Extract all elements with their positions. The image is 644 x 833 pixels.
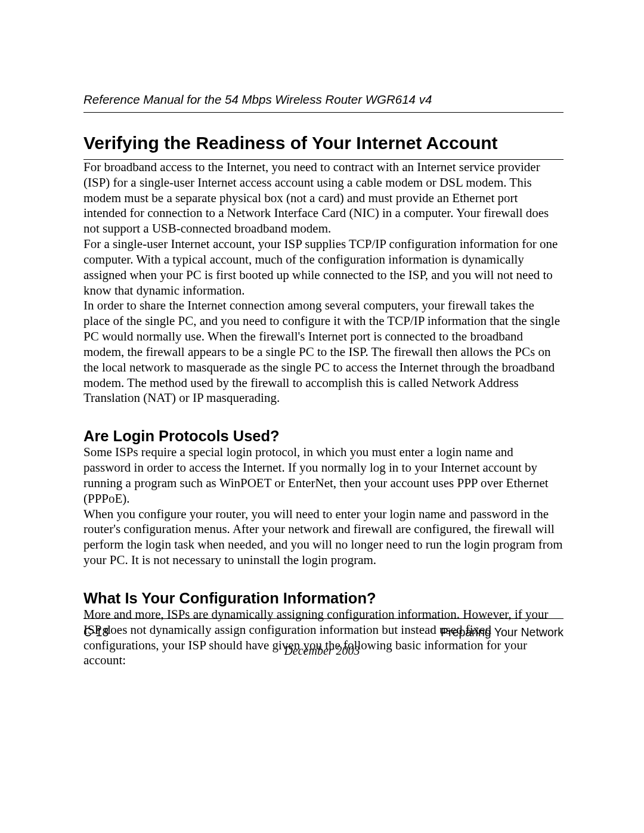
document-page: Reference Manual for the 54 Mbps Wireles…	[0, 0, 644, 833]
body-paragraph: For a single-user Internet account, your…	[83, 237, 564, 298]
section-label: Preparing Your Network	[441, 625, 564, 639]
section-heading: Verifying the Readiness of Your Internet…	[83, 133, 564, 160]
footer-date: December 2003	[0, 644, 644, 658]
subsection-heading: Are Login Protocols Used?	[83, 428, 564, 445]
footer-rule	[83, 618, 564, 619]
body-paragraph: In order to share the Internet connectio…	[83, 298, 564, 406]
body-paragraph: When you configure your router, you will…	[83, 507, 564, 568]
running-header: Reference Manual for the 54 Mbps Wireles…	[83, 92, 564, 113]
subsection-heading: What Is Your Configuration Information?	[83, 590, 564, 607]
page-number: C-18	[83, 625, 109, 639]
body-paragraph: For broadband access to the Internet, yo…	[83, 160, 564, 237]
footer-line: C-18 Preparing Your Network	[83, 625, 564, 639]
body-paragraph: Some ISPs require a special login protoc…	[83, 445, 564, 506]
